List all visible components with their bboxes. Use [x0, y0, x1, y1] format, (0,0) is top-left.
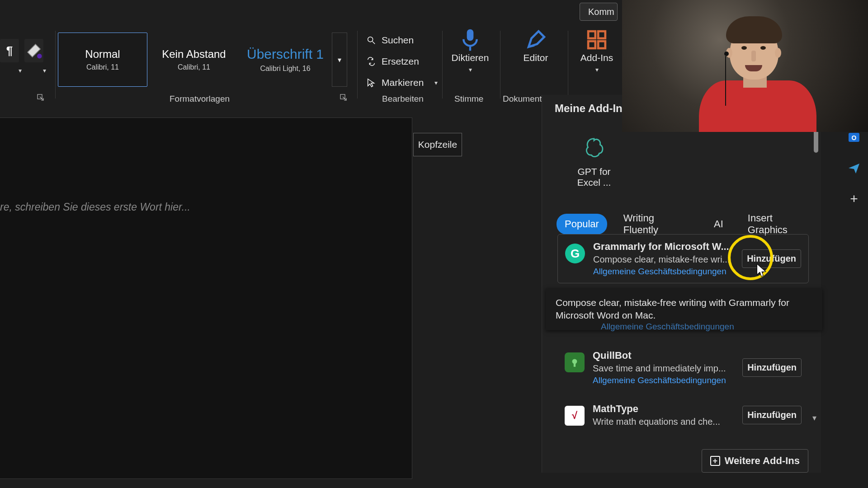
addin-desc: Save time and immediately imp...	[593, 363, 734, 374]
more-addins-label: Weitere Add-Ins	[725, 455, 800, 467]
ribbon-left-tools: ¶ ▾ ▾	[0, 39, 49, 80]
pen-icon	[526, 30, 546, 50]
dialog-launcher-icon[interactable]	[340, 94, 348, 102]
svg-rect-4	[467, 29, 474, 41]
panel-title: Meine Add-Ins	[555, 102, 628, 115]
addins-label: Add-Ins	[580, 52, 613, 63]
addin-terms-link[interactable]: Allgemeine Geschäftsbedingungen	[593, 267, 734, 277]
style-sub: Calibri, 11	[58, 63, 147, 71]
add-button-grammarly[interactable]: Hinzufügen	[742, 249, 801, 268]
addin-title: QuillBot	[593, 350, 734, 361]
addin-desc: Compose clear, mistake-free wri...	[593, 254, 734, 265]
style-title: Überschrift 1	[241, 47, 330, 62]
svg-rect-5	[588, 31, 595, 38]
chevron-down-icon: ▾	[43, 67, 46, 74]
group-label-voice: Stimme	[454, 94, 483, 104]
shading-button[interactable]: ▾	[24, 39, 43, 62]
edit-group: Suchen Ersetzen Markieren ▾	[366, 32, 438, 91]
my-addin-tile[interactable]: GPT for Excel ...	[565, 134, 623, 188]
gpt-addin-icon	[584, 137, 604, 158]
group-label-styles: Formatvorlagen	[170, 94, 230, 104]
svg-rect-6	[598, 31, 605, 38]
style-kein-abstand[interactable]: Kein Abstand Calibri, 11	[149, 33, 239, 87]
replace-button[interactable]: Ersetzen	[366, 53, 438, 70]
dictate-button[interactable]: Diktieren ▾	[445, 30, 495, 89]
select-label: Markieren	[382, 77, 424, 88]
dialog-launcher-icon[interactable]	[37, 94, 45, 102]
find-label: Suchen	[382, 35, 414, 46]
addin-card-quillbot[interactable]: QuillBot Save time and immediately imp..…	[557, 347, 809, 388]
addins-button[interactable]: Add-Ins ▾	[572, 30, 622, 89]
style-title: Normal	[58, 48, 147, 61]
replace-label: Ersetzen	[382, 56, 419, 67]
cursor-icon	[366, 78, 376, 88]
svg-point-9	[572, 359, 577, 364]
chevron-down-icon: ▾	[595, 66, 599, 73]
add-button-quillbot[interactable]: Hinzufügen	[742, 358, 802, 377]
addin-terms-link[interactable]: Allgemeine Geschäftsbedingungen	[593, 375, 734, 385]
svg-point-3	[368, 37, 373, 42]
style-gallery: Normal Calibri, 11 Kein Abstand Calibri,…	[58, 33, 347, 87]
scrollbar-thumb[interactable]	[814, 129, 818, 153]
style-title: Kein Abstand	[150, 48, 238, 61]
add-button-mathtype[interactable]: Hinzufügen	[742, 406, 802, 424]
group-label-docreview: Dokumentp	[503, 94, 547, 104]
tab-popular[interactable]: Popular	[557, 214, 607, 235]
chevron-down-icon: ▾	[469, 66, 472, 73]
addin-title: Grammarly for Microsoft W...	[593, 241, 734, 253]
quillbot-icon	[565, 352, 585, 372]
addins-panel: Meine Add-Ins GPT for Excel ... Popular …	[542, 95, 821, 473]
plus-icon: +	[850, 191, 858, 206]
addin-card-mathtype[interactable]: √ MathType Write math equations and che.…	[557, 400, 809, 430]
tab-ai[interactable]: AI	[706, 214, 731, 235]
style-heading1[interactable]: Überschrift 1 Calibri Light, 16	[241, 33, 330, 87]
grammarly-icon: G	[565, 244, 585, 263]
expand-chevron-icon[interactable]: ▾	[812, 413, 816, 423]
rail-add-icon[interactable]: +	[846, 191, 862, 207]
chevron-down-icon: ▾	[338, 56, 341, 64]
search-icon	[366, 35, 376, 45]
chevron-down-icon: ▾	[19, 67, 22, 74]
addin-desc: Write math equations and che...	[593, 417, 734, 427]
document-canvas[interactable]: re, schreiben Sie dieses erste Wort hier…	[0, 117, 412, 479]
document-placeholder: re, schreiben Sie dieses erste Wort hier…	[0, 201, 190, 213]
replace-icon	[366, 56, 376, 66]
paint-bucket-icon	[24, 41, 43, 60]
my-addin-name: GPT for Excel ...	[565, 166, 623, 188]
group-label-edit: Bearbeiten	[382, 94, 424, 104]
chevron-down-icon: ▾	[434, 79, 438, 86]
dictate-label: Diktieren	[452, 52, 489, 63]
addin-title: MathType	[593, 403, 734, 415]
paragraph-marks-button[interactable]: ¶ ▾	[0, 39, 19, 62]
more-addins-button[interactable]: + Weitere Add-Ins	[702, 449, 808, 473]
style-normal[interactable]: Normal Calibri, 11	[58, 33, 147, 87]
header-button[interactable]: Kopfzeile	[413, 133, 462, 156]
addins-grid-icon	[587, 30, 607, 50]
presenter-figure	[694, 13, 812, 132]
select-menu[interactable]: Markieren ▾	[366, 74, 438, 91]
addin-terms-link-partial[interactable]: Allgemeine Geschäftsbedingungen	[601, 322, 734, 332]
comments-label: Komm	[588, 7, 614, 17]
style-sub: Calibri Light, 16	[241, 65, 330, 73]
right-tool-rail: O +	[844, 129, 864, 207]
editor-label: Editor	[524, 52, 548, 63]
style-sub: Calibri, 11	[150, 63, 238, 71]
find-button[interactable]: Suchen	[366, 32, 438, 49]
editor-button[interactable]: Editor	[511, 30, 561, 89]
svg-rect-7	[588, 41, 595, 48]
addin-card-grammarly[interactable]: G Grammarly for Microsoft W... Compose c…	[557, 234, 809, 283]
rail-send-icon[interactable]	[846, 160, 862, 176]
svg-rect-8	[598, 41, 605, 48]
svg-text:O: O	[852, 134, 857, 141]
comments-button[interactable]: Komm	[580, 3, 618, 21]
mathtype-icon: √	[565, 406, 585, 426]
style-gallery-expand[interactable]: ▾	[332, 33, 347, 87]
pilcrow-icon: ¶	[6, 44, 13, 58]
plus-icon: +	[710, 456, 720, 466]
svg-rect-10	[574, 363, 576, 367]
header-button-label: Kopfzeile	[418, 139, 457, 150]
webcam-overlay	[622, 0, 868, 132]
microphone-icon	[460, 28, 480, 52]
